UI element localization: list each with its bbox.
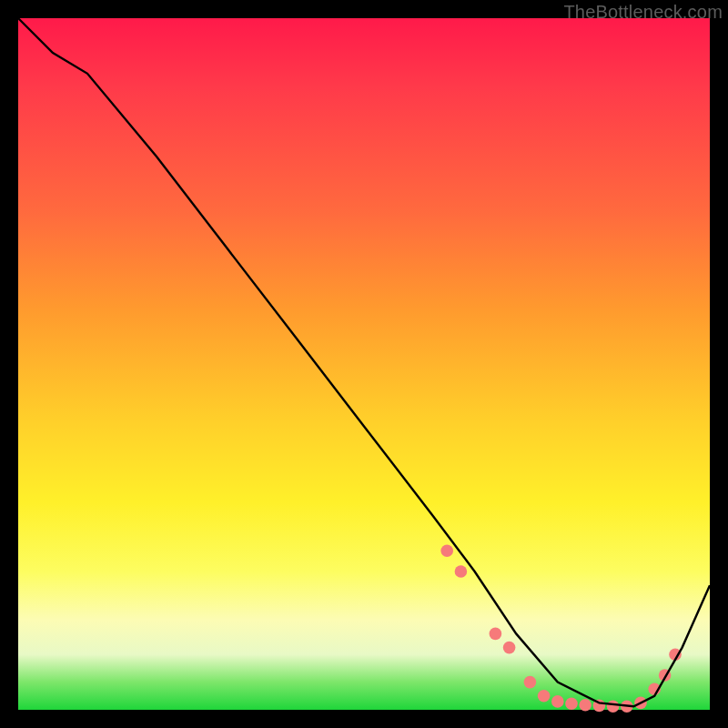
marker-dot — [551, 695, 564, 708]
marker-dot — [524, 676, 537, 689]
marker-dot — [490, 628, 502, 641]
marker-dot — [579, 699, 592, 712]
marker-dot — [565, 697, 578, 710]
marker-dot — [503, 642, 516, 654]
marker-layer — [440, 544, 681, 713]
marker-dot — [440, 544, 453, 557]
chart-overlay — [18, 18, 710, 710]
chart-stage: TheBottleneck.com — [0, 0, 728, 728]
marker-dot — [455, 565, 468, 578]
marker-dot — [607, 700, 620, 713]
marker-dot — [538, 690, 551, 703]
curve-line — [18, 18, 710, 706]
